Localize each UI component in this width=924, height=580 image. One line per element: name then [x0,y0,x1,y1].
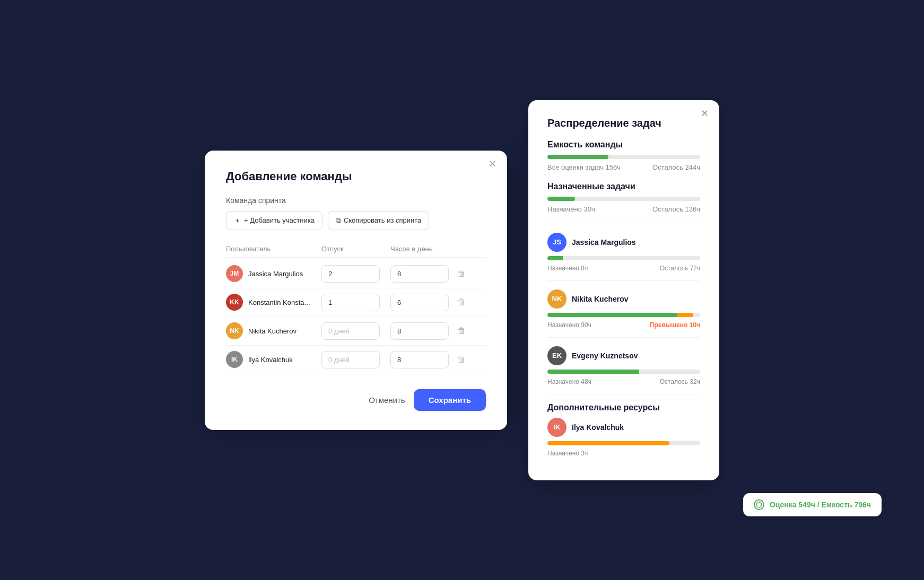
left-dialog-title: Добавление команды [226,170,486,183]
avatar: IK [547,418,566,437]
person-bar [547,256,700,260]
svg-point-0 [756,502,762,507]
sprint-team-label: Команда спринта [226,196,486,205]
add-participant-label: + Добавить участника [244,216,315,224]
person-name: Nikita Kucherov [572,295,629,303]
user-name: Nikita Kucherov [248,327,297,335]
copy-icon: ⧉ [336,216,341,225]
delete-user-button[interactable]: 🗑 [455,295,468,309]
capacity-title: Емкость команды [547,140,700,150]
person-stats: Назначено 90ч Превышено 10ч [547,321,700,329]
avatar: EK [547,346,566,365]
close-left-dialog[interactable]: ✕ [489,159,496,169]
divider [547,394,700,394]
cancel-button[interactable]: Отменить [369,396,405,405]
assigned-bar [547,197,700,201]
avatar: NK [547,289,566,309]
action-buttons: ＋ + Добавить участника ⧉ Скопировать из … [226,211,486,230]
vacation-input[interactable] [321,322,380,340]
delete-user-button[interactable]: 🗑 [455,267,468,280]
capacity-assigned-label: Все оценки задач 156ч [547,163,621,171]
person-stats: Назначено 8ч Осталось 72ч [547,265,700,272]
vacation-input[interactable] [321,351,380,368]
col-user-header: Пользователь [226,245,321,253]
badge-icon [754,499,764,510]
close-right-dialog[interactable]: ✕ [701,109,709,118]
table-header: Пользователь Отпуск Часов в день [226,245,486,258]
user-cell: KK Konstantin Konstant... [226,294,321,311]
estimate-badge: Оценка 549ч / Емкость 796ч [743,493,882,516]
person-name: Evgeny Kuznetsov [572,351,638,360]
avatar: JM [226,265,243,282]
person-name: Jassica Margulios [572,238,636,247]
user-name: Konstantin Konstant... [248,298,312,306]
task-distribution-dialog: ✕ Распределение задач Емкость команды Вс… [528,100,719,480]
extra-person-section: IK Ilya Kovalchuk Назначено 3ч [547,418,700,457]
table-row: IK Ilya Kovalchuk 🗑 [226,346,486,374]
user-cell: NK Nikita Kucherov [226,322,321,339]
assigned-bar-fill [547,197,575,201]
table-row: JM Jassica Margulios 🗑 [226,260,486,288]
col-vacation-header: Отпуск [321,245,390,253]
capacity-bar [547,155,700,159]
extra-persons-list: IK Ilya Kovalchuk Назначено 3ч [547,418,700,457]
person-assigned: Назначено 8ч [547,265,588,272]
persons-list: JS Jassica Margulios Назначено 8ч Остало… [547,224,700,385]
person-section: JS Jassica Margulios Назначено 8ч Остало… [547,224,700,272]
avatar: IK [226,351,243,368]
user-name: Jassica Margulios [248,270,303,278]
person-bar [547,313,700,317]
person-assigned: Назначено 48ч [547,378,591,385]
copy-sprint-label: Скопировать из спринта [344,216,421,224]
person-stats: Назначено 3ч [547,450,700,457]
person-section: EK Evgeny Kuznetsov Назначено 48ч Остало… [547,337,700,385]
assigned-title: Назначенные задачи [547,182,700,191]
person-row: IK Ilya Kovalchuk [547,418,700,437]
person-remaining: Осталось 32ч [660,378,700,385]
person-section: NK Nikita Kucherov Назначено 90ч Превыше… [547,280,700,329]
vacation-input[interactable] [321,265,380,283]
hours-input[interactable] [390,265,449,283]
person-row: NK Nikita Kucherov [547,289,700,309]
table-row: NK Nikita Kucherov 🗑 [226,317,486,346]
avatar: KK [226,294,243,311]
user-cell: JM Jassica Margulios [226,265,321,282]
capacity-bar-fill [547,155,608,159]
capacity-remaining-label: Осталось 244ч [652,163,700,171]
badge-label: Оценка 549ч / Емкость 796ч [770,500,871,509]
person-remaining: Осталось 72ч [660,265,700,272]
person-stats: Назначено 48ч Осталось 32ч [547,378,700,385]
avatar: NK [226,322,243,339]
right-dialog-title: Распределение задач [547,117,700,129]
extra-person-bar [547,441,700,445]
user-name: Ilya Kovalchuk [248,356,293,364]
person-bar [547,370,700,374]
add-team-dialog: ✕ Добавление команды Команда спринта ＋ +… [205,151,507,430]
vacation-input[interactable] [321,294,380,311]
dialog-actions: Отменить Сохранить [226,389,486,411]
save-button[interactable]: Сохранить [414,389,486,411]
delete-user-button[interactable]: 🗑 [455,324,468,338]
person-row: EK Evgeny Kuznetsov [547,346,700,365]
table-row: KK Konstantin Konstant... 🗑 [226,288,486,317]
assigned-remaining: Осталось 136ч [652,205,700,213]
hours-input[interactable] [390,322,449,340]
person-assigned: Назначено 90ч [547,321,591,329]
add-participant-button[interactable]: ＋ + Добавить участника [226,211,322,230]
hours-input[interactable] [390,351,449,368]
plus-icon: ＋ [234,216,241,225]
person-name: Ilya Kovalchuk [572,423,624,432]
col-hours-header: Часов в день [390,245,459,253]
person-remaining: Превышено 10ч [650,321,700,329]
users-table: JM Jassica Margulios 🗑 KK Konstantin Kon… [226,260,486,374]
hours-input[interactable] [390,294,449,311]
capacity-stats: Все оценки задач 156ч Осталось 244ч [547,163,700,171]
extra-assigned: Назначено 3ч [547,450,588,457]
assigned-label: Назначено 30ч [547,205,595,213]
copy-from-sprint-button[interactable]: ⧉ Скопировать из спринта [328,211,429,230]
user-cell: IK Ilya Kovalchuk [226,351,321,368]
person-row: JS Jassica Margulios [547,233,700,252]
assigned-stats: Назначено 30ч Осталось 136ч [547,205,700,213]
extra-resources-title: Дополнительные ресурсы [547,403,700,412]
delete-user-button[interactable]: 🗑 [455,353,468,366]
